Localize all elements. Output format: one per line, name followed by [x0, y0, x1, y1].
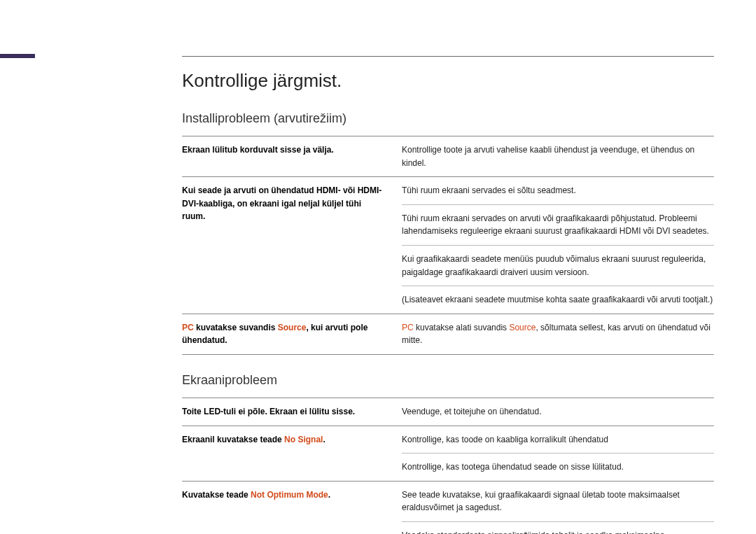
highlighted-term: Source — [278, 323, 307, 332]
table-row: Ekraan lülitub korduvalt sisse ja välja.… — [182, 136, 714, 176]
issue-solution: Veenduge, et toitejuhe on ühendatud. — [402, 398, 714, 426]
text-span: Ekraanil kuvatakse teade — [182, 435, 284, 444]
solution-paragraph: Kontrollige, kas tootega ühendatud seade… — [402, 454, 714, 481]
troubleshoot-table: Toite LED-tuli ei põle. Ekraan ei lülitu… — [182, 398, 714, 534]
solution-paragraph: Kontrollige toote ja arvuti vahelise kaa… — [402, 136, 714, 176]
highlighted-term: PC — [182, 323, 194, 332]
text-span: . — [328, 490, 330, 500]
issue-solution: Kontrollige, kas toode on kaabliga korra… — [402, 426, 714, 481]
issue-solution: Kontrollige toote ja arvuti vahelise kaa… — [402, 136, 714, 176]
solution-paragraph: Kontrollige, kas toode on kaabliga korra… — [402, 426, 714, 454]
issue-solution: PC kuvatakse alati suvandis Source, sõlt… — [402, 314, 714, 354]
table-row: Kuvatakse teade Not Optimum Mode.See tea… — [182, 482, 714, 534]
issue-label: Toite LED-tuli ei põle. Ekraan ei lülitu… — [182, 398, 385, 426]
section-title: Installiprobleem (arvutirežiim) — [182, 111, 714, 126]
highlighted-term: No Signal — [284, 435, 323, 444]
text-span: Kui seade ja arvuti on ühendatud HDMI- v… — [182, 185, 382, 221]
troubleshoot-table: Ekraan lülitub korduvalt sisse ja välja.… — [182, 136, 714, 355]
row-rule — [182, 354, 714, 355]
solution-paragraph: Kui graafikakaardi seadete menüüs puudub… — [402, 246, 714, 286]
text-span: Kuvatakse teade — [182, 490, 251, 500]
solution-paragraph: See teade kuvatakse, kui graafikakaardi … — [402, 482, 714, 521]
text-span: Ekraan lülitub korduvalt sisse ja välja. — [182, 145, 334, 155]
issue-label: Kuvatakse teade Not Optimum Mode. — [182, 482, 385, 509]
issue-label: Ekraan lülitub korduvalt sisse ja välja. — [182, 136, 385, 164]
issue-label: Ekraanil kuvatakse teade No Signal. — [182, 426, 385, 454]
issue-label: PC kuvatakse suvandis Source, kui arvuti… — [182, 314, 385, 354]
text-span: . — [323, 435, 325, 444]
solution-paragraph: Veenduge, et toitejuhe on ühendatud. — [402, 398, 714, 426]
table-row: Ekraanil kuvatakse teade No Signal.Kontr… — [182, 426, 714, 481]
text-span: kuvatakse alati suvandis — [414, 323, 510, 332]
issue-solution: See teade kuvatakse, kui graafikakaardi … — [402, 482, 714, 534]
solution-paragraph: Tühi ruum ekraani servades ei sõltu sead… — [402, 177, 714, 204]
text-span: kuvatakse suvandis — [194, 323, 278, 332]
table-row: Kui seade ja arvuti on ühendatud HDMI- v… — [182, 177, 714, 314]
solution-paragraph: (Lisateavet ekraani seadete muutmise koh… — [402, 286, 714, 314]
highlighted-term: PC — [402, 323, 414, 332]
highlighted-term: Source — [509, 323, 536, 332]
issue-solution: Tühi ruum ekraani servades ei sõltu sead… — [402, 177, 714, 314]
table-row: Toite LED-tuli ei põle. Ekraan ei lülitu… — [182, 398, 714, 426]
solution-paragraph: Vaadake standardsete signaalirežiimide t… — [402, 522, 714, 534]
page-heading: Kontrollige järgmist. — [182, 70, 714, 92]
section-title: Ekraaniprobleem — [182, 373, 714, 388]
solution-paragraph: Tühi ruum ekraani servades on arvuti või… — [402, 205, 714, 245]
document-page: Kontrollige järgmist. Installiprobleem (… — [0, 0, 756, 534]
issue-label: Kui seade ja arvuti on ühendatud HDMI- v… — [182, 177, 385, 230]
side-marker — [0, 54, 35, 58]
text-span: Toite LED-tuli ei põle. Ekraan ei lülitu… — [182, 407, 355, 416]
table-row: PC kuvatakse suvandis Source, kui arvuti… — [182, 314, 714, 354]
solution-paragraph: PC kuvatakse alati suvandis Source, sõlt… — [402, 314, 714, 354]
highlighted-term: Not Optimum Mode — [251, 490, 328, 500]
top-rule — [182, 56, 714, 57]
